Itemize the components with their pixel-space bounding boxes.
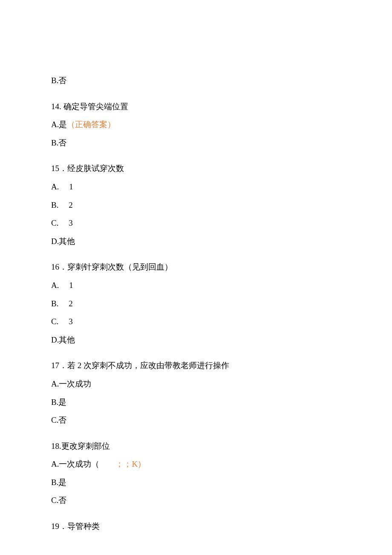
option-b: B.否 (51, 137, 341, 149)
question-text: 19．导管种类 (51, 521, 341, 532)
option-c: C.否 (51, 495, 341, 506)
option-a: A.是（正确答案） (51, 119, 341, 131)
option-a: A.一次成功 (51, 378, 341, 390)
option-d: D.其他 (51, 236, 341, 247)
question-text: 14. 确定导管尖端位置 (51, 101, 341, 113)
question-14: 14. 确定导管尖端位置 A.是（正确答案） B.否 (51, 101, 341, 149)
question-text: 17．若 2 次穿刺不成功，应改由带教老师进行操作 (51, 360, 341, 372)
question-16: 16．穿刺针穿刺次数（见到回血） A. 1 B. 2 C. 3 D.其他 (51, 262, 341, 346)
option-a-note: ；；K） (115, 459, 146, 468)
option-c: C.否 (51, 415, 341, 426)
option-b: B.是 (51, 477, 341, 488)
option-a: A. 1 (51, 181, 341, 193)
question-13-tail: B.否 (51, 75, 341, 87)
option-b: B.是 (51, 397, 341, 408)
option-a-text: A.一次成功（ (51, 459, 115, 468)
option-a: A.一次成功（ ；；K） (51, 459, 341, 470)
option-d: D.其他 (51, 334, 341, 346)
question-text: 16．穿刺针穿刺次数（见到回血） (51, 262, 341, 273)
question-18: 18.更改穿刺部位 A.一次成功（ ；；K） B.是 C.否 (51, 441, 341, 506)
option-a-text: A.是 (51, 120, 67, 129)
option-c: C. 3 (51, 218, 341, 229)
question-19: 19．导管种类 (51, 521, 341, 532)
option-b: B.否 (51, 75, 341, 87)
question-text: 18.更改穿刺部位 (51, 441, 341, 452)
option-a: A. 1 (51, 280, 341, 291)
question-text: 15．经皮肤试穿次数 (51, 163, 341, 174)
document-page: B.否 14. 确定导管尖端位置 A.是（正确答案） B.否 15．经皮肤试穿次… (0, 0, 392, 555)
option-b: B. 2 (51, 200, 341, 211)
correct-answer-note: （正确答案） (67, 120, 115, 129)
option-b: B. 2 (51, 298, 341, 310)
question-15: 15．经皮肤试穿次数 A. 1 B. 2 C. 3 D.其他 (51, 163, 341, 247)
option-c: C. 3 (51, 316, 341, 328)
question-17: 17．若 2 次穿刺不成功，应改由带教老师进行操作 A.一次成功 B.是 C.否 (51, 360, 341, 426)
